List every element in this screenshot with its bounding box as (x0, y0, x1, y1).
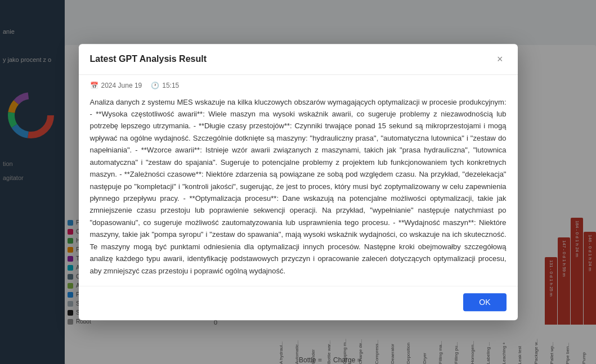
modal-time-item: 🕐 15:15 (151, 82, 179, 89)
modal-body: Analiza danych z systemu MES wskazuje na… (79, 94, 518, 286)
modal-header: Latest GPT Analysis Result × (79, 44, 518, 75)
modal-meta: 📅 2024 June 19 🕐 15:15 (79, 75, 518, 94)
modal-title: Latest GPT Analysis Result (90, 54, 207, 64)
modal-body-text: Analiza danych z systemu MES wskazuje na… (90, 96, 507, 277)
modal-time: 15:15 (162, 82, 179, 89)
calendar-icon: 📅 (90, 82, 98, 89)
modal-date-item: 📅 2024 June 19 (90, 82, 142, 89)
analysis-modal: Latest GPT Analysis Result × 📅 2024 June… (79, 44, 518, 321)
modal-close-button[interactable]: × (494, 53, 507, 65)
modal-date: 2024 June 19 (101, 82, 142, 89)
clock-icon: 🕐 (151, 82, 159, 89)
modal-footer: OK (79, 286, 518, 320)
ok-button[interactable]: OK (463, 293, 506, 311)
